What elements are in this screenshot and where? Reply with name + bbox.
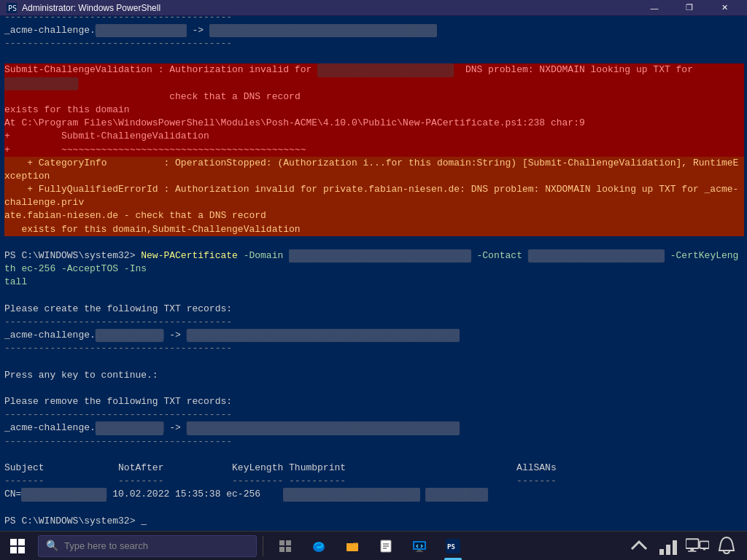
terminal-error-line: Submit-ChallengeValidation : Authorizati… (4, 63, 744, 90)
terminal-line: ---------------------------------------- (4, 435, 744, 448)
terminal-error-line: check that a DNS record (4, 90, 744, 104)
terminal-line: ---------------------------------------- (4, 37, 744, 50)
terminal-line (4, 236, 744, 249)
terminal-line: _acme-challenge.████████████ -> ██████ █… (4, 329, 744, 342)
svg-rect-22 (686, 539, 699, 548)
terminal-line (4, 502, 744, 515)
svg-rect-4 (279, 547, 285, 552)
taskbar-item-edge[interactable] (303, 532, 335, 560)
svg-rect-8 (347, 543, 352, 545)
explorer-icon (345, 539, 360, 553)
svg-rect-19 (659, 549, 664, 555)
terminal-line: ---------------------------------------- (4, 342, 744, 355)
notifications-button[interactable] (715, 534, 738, 558)
search-placeholder: Type here to search (64, 540, 148, 551)
network-icon-button[interactable] (657, 534, 680, 558)
terminal-error-line: exists for this domain,Submit-ChallengeV… (4, 223, 744, 236)
show-hidden-icons-button[interactable] (627, 534, 651, 558)
terminal-line: ---------------------------------------- (4, 16, 744, 24)
terminal-error-line: ate.fabian-niesen.de - check that a DNS … (4, 209, 744, 222)
powershell-icon: PS (6, 2, 18, 14)
terminal-table-header: Subject NotAfter KeyLength Thumbprint Al… (4, 462, 744, 475)
notifications-icon (715, 534, 738, 558)
taskbar-item-explorer[interactable] (336, 532, 368, 560)
taskbar-right (627, 534, 747, 558)
taskbar-item-powershell[interactable]: PS (437, 532, 469, 560)
search-icon: 🔍 (46, 540, 58, 552)
start-button[interactable] (0, 532, 35, 561)
terminal-error-line: At C:\Program Files\WindowsPowerShell\Mo… (4, 117, 744, 130)
remote-desktop-icon (412, 539, 427, 553)
taskbar-divider (263, 536, 263, 556)
svg-text:PS: PS (447, 543, 455, 551)
svg-rect-15 (417, 550, 422, 551)
powershell-taskbar-icon: PS (446, 539, 460, 553)
chevron-up-icon (627, 534, 651, 558)
terminal-line (4, 289, 744, 303)
terminal-line: _acme-challenge.████████████████ -> ████… (4, 24, 744, 37)
terminal-line: Press any key to continue.: (4, 369, 744, 382)
taskbar-item-remote-desktop[interactable] (403, 532, 436, 560)
task-view-icon (278, 539, 293, 553)
svg-text:PS: PS (8, 4, 17, 12)
terminal-line: ---------------------------------------- (4, 316, 744, 329)
notepad-icon (379, 539, 393, 553)
terminal-line (4, 448, 744, 462)
terminal-line: PS C:\WINDOWS\system32> New-PACertificat… (4, 249, 744, 276)
terminal-line: ---------------------------------------- (4, 408, 744, 421)
windows-icon (10, 539, 25, 553)
taskbar-search[interactable]: 🔍 Type here to search (38, 535, 257, 557)
svg-rect-23 (690, 548, 694, 551)
terminal-table-row: CN=██ ████████████ 10.02.2022 15:35:38 e… (4, 488, 744, 501)
svg-rect-16 (416, 551, 423, 552)
edge-icon (311, 539, 326, 553)
network-icon (657, 534, 680, 558)
svg-rect-2 (279, 540, 285, 545)
terminal-line (4, 50, 744, 63)
terminal-line: Please remove the following TXT records: (4, 395, 744, 408)
terminal-line: Please create the following TXT records: (4, 303, 744, 316)
svg-rect-5 (286, 547, 291, 552)
svg-rect-21 (673, 540, 677, 555)
window-title: Administrator: Windows PowerShell (22, 3, 160, 13)
terminal-window[interactable]: PS C:\WINDOWS\system32> Set-PAServer LE_… (0, 16, 747, 531)
svg-rect-20 (666, 545, 670, 555)
svg-rect-25 (700, 541, 709, 548)
terminal-prompt: PS C:\WINDOWS\system32> _ (4, 515, 744, 528)
terminal-error-line: exists for this domain (4, 104, 744, 117)
taskbar-item-task-view[interactable] (269, 532, 301, 560)
title-bar: PS Administrator: Windows PowerShell — ❐… (0, 0, 747, 16)
terminal-line: tall (4, 276, 744, 289)
terminal-error-line: + ~~~~~~~~~~~~~~~~~~~~~~~~~~~~~~~~~~~~~~… (4, 144, 744, 157)
terminal-error-line: + FullyQualifiedErrorId : Authorization … (4, 183, 744, 209)
taskbar: 🔍 Type here to search (0, 531, 747, 560)
multi-display-icon (686, 537, 709, 556)
terminal-line: _acme-challenge.████████████ -> ██████ █… (4, 421, 744, 435)
svg-rect-14 (414, 542, 425, 548)
taskbar-item-notepad[interactable] (370, 532, 402, 560)
restore-button[interactable]: ❐ (673, 0, 706, 16)
svg-rect-26 (703, 548, 705, 550)
svg-rect-3 (286, 540, 291, 545)
terminal-error-line: + CategoryInfo : OperationStopped: (Auth… (4, 157, 744, 183)
terminal-line (4, 356, 744, 369)
terminal-line (4, 382, 744, 395)
terminal-table-dashes: ------- -------- --------- ---------- --… (4, 475, 744, 488)
multi-display-button[interactable] (686, 534, 709, 558)
minimize-button[interactable]: — (638, 0, 671, 16)
window-controls: — ❐ ✕ (638, 0, 741, 16)
terminal-error-line: + Submit-ChallengeValidation (4, 130, 744, 143)
close-button[interactable]: ✕ (708, 0, 741, 16)
svg-rect-24 (688, 551, 696, 552)
taskbar-items: PS (269, 532, 469, 560)
